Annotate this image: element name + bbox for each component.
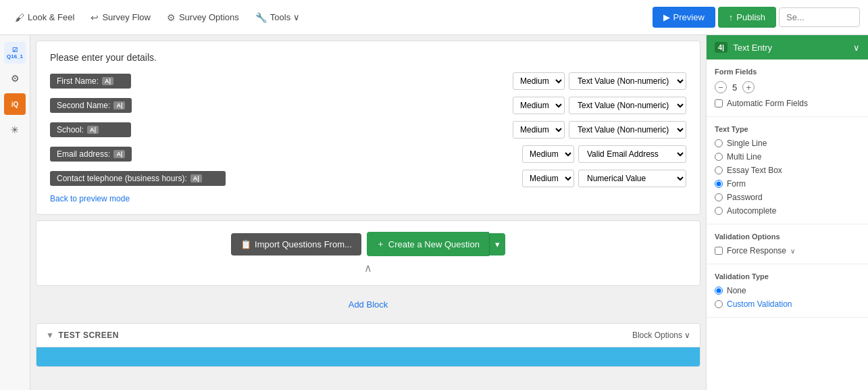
size-select-1[interactable]: MediumSmallLarge (513, 97, 565, 114)
text-type-radio-group: Single Line Multi Line Essay Text Box Fo… (715, 139, 860, 216)
nav-survey-options[interactable]: ⚙ Survey Options (160, 8, 246, 27)
text-type-label-autocomplete: Autocomplete (727, 206, 776, 216)
search-input[interactable] (779, 7, 860, 27)
publish-icon: ↑ (729, 12, 734, 22)
text-type-option-form: Form (715, 179, 860, 189)
create-question-group: ＋ Create a New Question ▾ (367, 232, 505, 256)
ai-badge: A| (87, 126, 99, 134)
auto-form-fields-row: Automatic Form Fields (715, 99, 860, 108)
nav-tools[interactable]: 🔧 Tools ∨ (249, 8, 307, 27)
form-fields-section: Form Fields − 5 + Automatic Form Fields (707, 59, 868, 117)
size-select-3[interactable]: MediumSmallLarge (522, 145, 574, 163)
back-to-preview-link[interactable]: Back to preview mode (50, 194, 686, 203)
text-type-label-form: Form (727, 179, 746, 189)
field-controls: MediumSmallLarge Text Value (Non-numeric… (513, 72, 686, 90)
ai-badge: A| (190, 174, 202, 182)
chevron-down-icon: ▾ (495, 239, 500, 249)
text-type-label-multi-line: Multi Line (727, 152, 761, 162)
nav-look-feel[interactable]: 🖌 Look & Feel (8, 8, 81, 27)
test-screen-header: ▼ TEST SCREEN Block Options ∨ (36, 324, 700, 347)
field-label: Email address: A| (50, 147, 132, 162)
collapse-button[interactable]: ∧ (364, 262, 372, 274)
question-prompt: Please enter your details. (50, 52, 686, 63)
text-type-option-autocomplete: Autocomplete (715, 206, 860, 216)
ai-badge: A| (113, 101, 125, 109)
text-type-radio-form[interactable] (715, 180, 723, 188)
form-field-row: Contact telephone (business hours): A| M… (50, 170, 686, 187)
size-select-2[interactable]: MediumSmallLarge (513, 121, 565, 139)
panel-chevron-icon[interactable]: ∨ (853, 43, 860, 53)
form-field-row: First Name: A| MediumSmallLarge Text Val… (50, 72, 686, 90)
text-type-radio-password[interactable] (715, 193, 723, 201)
validation-options-section: Validation Options Force Response ∨ (707, 224, 868, 264)
add-block-row[interactable]: Add Block (30, 291, 706, 318)
form-fields-counter: − 5 + (715, 81, 860, 93)
block-options-button[interactable]: Block Options ∨ (632, 331, 690, 340)
type-select-2[interactable]: Text Value (Non-numeric) (569, 121, 686, 139)
validation-type-radio-custom-validation[interactable] (715, 300, 723, 308)
ai-badge: A| (102, 77, 113, 85)
nav-survey-flow[interactable]: ↩ Survey Flow (84, 8, 157, 27)
field-label: School: A| (50, 122, 131, 137)
form-field-row: Email address: A| MediumSmallLarge Valid… (50, 145, 686, 163)
size-select-0[interactable]: MediumSmallLarge (513, 72, 565, 90)
ai-badge: A| (113, 150, 125, 158)
form-field-row: School: A| MediumSmallLarge Text Value (… (50, 121, 686, 139)
force-response-arrow-icon: ∨ (790, 247, 795, 255)
action-bar: 📋 Import Questions From... ＋ Create a Ne… (36, 220, 700, 286)
settings-icon-sidebar[interactable]: ⚙ (4, 68, 26, 89)
brush-icon: 🖌 (15, 12, 24, 23)
type-select-4[interactable]: Numerical Value (578, 170, 686, 187)
test-screen-block: ▼ TEST SCREEN Block Options ∨ (36, 323, 700, 367)
validation-type-radio-none[interactable] (715, 287, 723, 295)
validation-type-radio-group: None Custom Validation (715, 286, 860, 309)
up-arrow-icon: ∧ (364, 262, 372, 274)
text-type-radio-essay-text-box[interactable] (715, 166, 723, 174)
increment-fields-button[interactable]: + (742, 81, 755, 93)
validation-type-option-custom-validation: Custom Validation (715, 299, 860, 309)
text-type-label-password: Password (727, 193, 763, 202)
decrement-fields-button[interactable]: − (715, 81, 727, 93)
field-label: Second Name: A| (50, 98, 132, 113)
test-screen-title: ▼ TEST SCREEN (46, 331, 119, 340)
force-response-checkbox[interactable] (715, 247, 723, 255)
field-label: Contact telephone (business hours): A| (50, 171, 226, 186)
top-navigation: 🖌 Look & Feel ↩ Survey Flow ⚙ Survey Opt… (0, 0, 868, 35)
field-controls: MediumSmallLarge Numerical Value (522, 170, 686, 187)
field-label: First Name: A| (50, 74, 131, 89)
validation-type-section: Validation Type None Custom Validation (707, 264, 868, 318)
right-panel: 4| Text Entry ∨ Form Fields − 5 + Automa… (706, 35, 868, 390)
panel-header: 4| Text Entry ∨ (707, 35, 868, 59)
validation-type-label-none: None (727, 286, 746, 295)
text-type-radio-single-line[interactable] (715, 139, 723, 147)
publish-button[interactable]: ↑ Publish (718, 7, 776, 28)
create-new-question-button[interactable]: ＋ Create a New Question (367, 232, 489, 256)
text-entry-icon: 4| (715, 42, 727, 53)
question-block: Please enter your details. First Name: A… (36, 41, 700, 215)
import-icon: 📋 (240, 239, 251, 249)
block-options-chevron-icon: ∨ (684, 331, 690, 340)
text-type-radio-autocomplete[interactable] (715, 207, 723, 215)
type-select-3[interactable]: Valid Email Address (578, 145, 686, 163)
field-controls: MediumSmallLarge Valid Email Address (522, 145, 686, 163)
auto-form-fields-checkbox[interactable] (715, 99, 723, 107)
text-type-radio-multi-line[interactable] (715, 153, 723, 161)
test-screen-content (36, 347, 700, 366)
type-select-1[interactable]: Text Value (Non-numeric) (569, 97, 686, 114)
asterisk-icon-sidebar[interactable]: ✳ (4, 119, 26, 141)
create-dropdown-button[interactable]: ▾ (489, 233, 505, 255)
field-controls: MediumSmallLarge Text Value (Non-numeric… (513, 97, 686, 114)
type-select-0[interactable]: Text Value (Non-numeric) (569, 72, 686, 90)
question-checkbox[interactable]: ☑ Q16_1 (4, 42, 26, 64)
import-questions-button[interactable]: 📋 Import Questions From... (231, 233, 361, 255)
size-select-4[interactable]: MediumSmallLarge (522, 170, 574, 187)
text-type-section: Text Type Single Line Multi Line Essay T… (707, 117, 868, 224)
plus-icon: ＋ (376, 238, 385, 250)
flow-icon: ↩ (91, 12, 99, 23)
iq-icon-sidebar[interactable]: iQ (4, 93, 26, 115)
text-type-option-multi-line: Multi Line (715, 152, 860, 162)
preview-button[interactable]: ▶ Preview (653, 7, 715, 28)
text-type-option-essay-text-box: Essay Text Box (715, 166, 860, 175)
validation-type-option-none: None (715, 286, 860, 295)
custom-validation-link[interactable]: Custom Validation (727, 299, 792, 309)
